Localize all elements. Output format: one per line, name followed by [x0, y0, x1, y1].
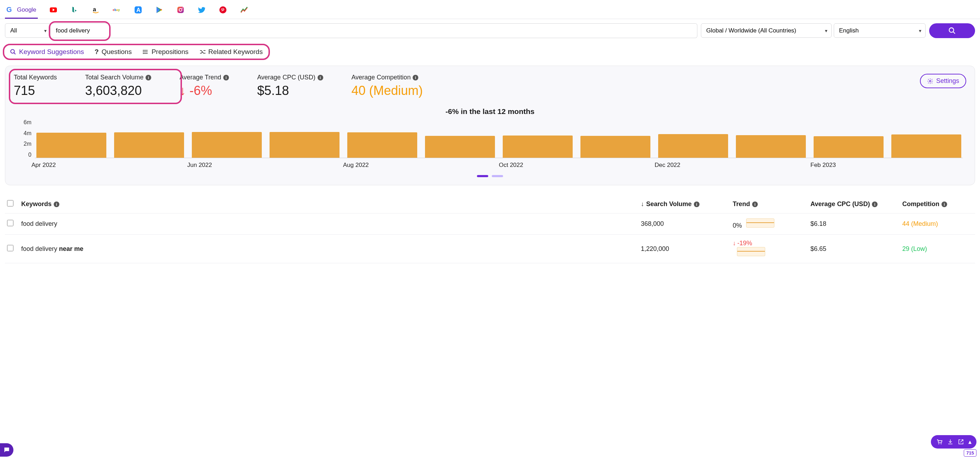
info-icon[interactable]: i: [413, 75, 418, 81]
keyword-input[interactable]: [51, 23, 697, 38]
y-tick: 4m: [18, 130, 32, 136]
metric-label: Average Trend i: [180, 74, 229, 81]
pager-dot[interactable]: [477, 175, 488, 177]
engine-tab-twitter[interactable]: [196, 3, 207, 19]
row-checkbox[interactable]: [7, 220, 13, 226]
svg-marker-8: [156, 7, 160, 13]
arrow-down-icon: ↓: [641, 200, 644, 208]
info-icon[interactable]: i: [752, 201, 758, 207]
bing-icon: [70, 6, 79, 14]
col-volume[interactable]: ↓ Search Volume i: [641, 200, 733, 208]
chart-bar[interactable]: [270, 132, 339, 158]
chart-bars: [35, 119, 963, 158]
col-cpc[interactable]: Average CPC (USD) i: [810, 200, 902, 208]
search-button[interactable]: [929, 23, 975, 38]
trend-chart: 6m 4m 2m 0: [14, 119, 966, 158]
list-icon: [142, 49, 149, 55]
tab-prepositions[interactable]: Prepositions: [142, 48, 189, 56]
settings-button[interactable]: Settings: [920, 74, 966, 88]
chart-bar[interactable]: [814, 136, 883, 158]
svg-point-22: [143, 50, 143, 51]
x-tick: Jun 2022: [187, 162, 343, 169]
cell-keyword[interactable]: food delivery near me: [21, 245, 641, 253]
svg-line-16: [953, 32, 955, 34]
chart-bar[interactable]: [114, 132, 184, 158]
info-icon[interactable]: i: [942, 201, 947, 207]
info-icon[interactable]: i: [872, 201, 878, 207]
summary-card: Total Keywords 715 Total Search Volume i…: [5, 66, 975, 185]
ebay-icon: ebay: [113, 6, 121, 14]
col-competition[interactable]: Competition i: [902, 200, 973, 208]
metric-value: 3,603,820: [85, 83, 151, 98]
chart-bar[interactable]: [503, 135, 573, 158]
scope-select[interactable]: All: [5, 23, 51, 38]
tab-label: Related Keywords: [208, 48, 263, 56]
col-keywords[interactable]: Keywords i: [21, 200, 641, 208]
engine-tab-trends[interactable]: [239, 3, 250, 19]
chart-bar[interactable]: [37, 133, 107, 158]
tab-keyword-suggestions[interactable]: Keyword Suggestions: [10, 48, 84, 56]
info-icon[interactable]: i: [146, 75, 151, 81]
tab-related-keywords[interactable]: Related Keywords: [199, 48, 263, 56]
row-checkbox[interactable]: [7, 245, 13, 251]
metric-label: Average CPC (USD) i: [257, 74, 323, 81]
language-select[interactable]: English: [834, 23, 926, 38]
svg-text:ebay: ebay: [113, 8, 120, 12]
metric-label: Total Search Volume i: [85, 74, 151, 81]
info-icon[interactable]: i: [223, 75, 229, 81]
arrow-down-icon: ↓: [733, 239, 736, 247]
chart-bar[interactable]: [736, 135, 806, 158]
youtube-icon: [49, 6, 57, 14]
info-icon[interactable]: i: [318, 75, 323, 81]
tab-label: Questions: [102, 48, 132, 56]
engine-tab-playstore[interactable]: [154, 3, 165, 19]
keywords-table: Keywords i ↓ Search Volume i Trend i Ave…: [5, 195, 975, 263]
pager-dot[interactable]: [492, 175, 503, 177]
y-tick: 0: [18, 152, 32, 158]
search-icon: [10, 49, 16, 55]
chart-title: -6% in the last 12 months: [14, 107, 966, 116]
playstore-icon: [155, 6, 164, 14]
cell-cpc: $6.65: [810, 245, 902, 253]
engine-tab-pinterest[interactable]: [217, 3, 229, 19]
svg-point-23: [143, 52, 143, 52]
engine-tab-amazon[interactable]: a: [90, 3, 102, 19]
chart-bar[interactable]: [891, 135, 961, 158]
sparkline: [746, 219, 775, 228]
engine-tab-appstore[interactable]: A: [132, 3, 144, 19]
info-icon[interactable]: i: [54, 201, 59, 207]
svg-marker-26: [205, 52, 205, 54]
col-trend[interactable]: Trend i: [733, 200, 810, 208]
chart-bar[interactable]: [425, 136, 495, 158]
svg-text:a: a: [93, 6, 96, 12]
metric-avg-competition: Average Competition i 40 (Medium): [352, 74, 423, 98]
chart-bar[interactable]: [581, 136, 651, 158]
metrics-row: Total Keywords 715 Total Search Volume i…: [14, 74, 966, 98]
chart-bar[interactable]: [658, 134, 728, 158]
engine-tab-google[interactable]: G Google: [5, 3, 38, 19]
info-icon[interactable]: i: [694, 201, 700, 207]
svg-point-14: [220, 6, 226, 13]
engine-tab-ebay[interactable]: ebay: [111, 3, 123, 19]
svg-point-17: [11, 49, 14, 53]
engine-tab-instagram[interactable]: [175, 3, 186, 19]
chart-bar[interactable]: [192, 132, 262, 158]
cell-competition: 44 (Medium): [902, 220, 973, 228]
svg-line-18: [14, 52, 16, 54]
select-all-checkbox[interactable]: [7, 200, 13, 206]
engine-tab-youtube[interactable]: [48, 3, 59, 19]
svg-point-27: [929, 80, 931, 82]
question-icon: ?: [95, 48, 99, 56]
cell-competition: 29 (Low): [902, 245, 973, 253]
arrow-down-icon: ↓: [180, 83, 186, 98]
region-select[interactable]: Global / Worldwide (All Countries): [701, 23, 832, 38]
table-header: Keywords i ↓ Search Volume i Trend i Ave…: [5, 195, 975, 214]
tab-label: Prepositions: [151, 48, 189, 56]
cell-keyword[interactable]: food delivery: [21, 220, 641, 228]
metric-label: Total Keywords: [14, 74, 57, 81]
search-icon: [948, 27, 956, 35]
table-row: food delivery368,0000%$6.1844 (Medium): [5, 214, 975, 235]
tab-questions[interactable]: ? Questions: [95, 48, 132, 56]
engine-tab-bing[interactable]: [69, 3, 80, 19]
chart-bar[interactable]: [347, 132, 417, 158]
